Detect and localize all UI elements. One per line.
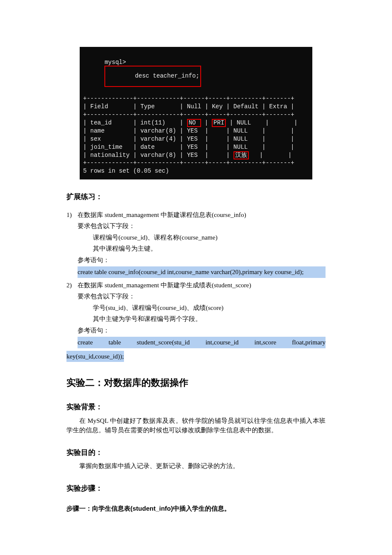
ref-line: 参考语句： bbox=[78, 326, 326, 335]
goal-text: 掌握向数据库中插入记录、更新记录、删除记录的方法。 bbox=[66, 461, 326, 471]
exercise-title: 在数据库 student_management 中新建课程信息表(course_… bbox=[78, 211, 246, 218]
table-border: +-------------+------------+------+-----… bbox=[83, 111, 309, 119]
steps-heading: 实验步骤： bbox=[66, 483, 326, 494]
table-border: +-------------+------------+------+-----… bbox=[83, 95, 309, 103]
exercise-1: 1)在数据库 student_management 中新建课程信息表(cours… bbox=[66, 210, 326, 278]
table-row: | sex | varchar(4) | YES | | NULL | | bbox=[83, 135, 309, 143]
sql-token: student_score(stu_id bbox=[137, 339, 190, 346]
exercise-list: 1)在数据库 student_management 中新建课程信息表(cours… bbox=[66, 210, 326, 362]
table-row: | name | varchar(8) | YES | | NULL | | bbox=[83, 127, 309, 135]
sql-token: create bbox=[78, 339, 93, 346]
terminal-command: desc teacher_info; bbox=[104, 66, 201, 87]
table-border: +-------------+------------+------+-----… bbox=[83, 159, 309, 167]
sql-token: int,score bbox=[254, 339, 276, 346]
goal-heading: 实验目的： bbox=[66, 447, 326, 458]
fields-line: 学号(stu_id)、课程编号(course_id)、成绩(score) bbox=[78, 303, 326, 313]
exercise-title: 在数据库 student_management 中新建学生成绩表(student… bbox=[78, 282, 251, 289]
terminal-command-text: desc teacher_info; bbox=[135, 72, 199, 79]
table-row: | join_time | date | YES | | NULL | | bbox=[83, 143, 309, 151]
ref-line: 参考语句： bbox=[78, 255, 326, 265]
background-heading: 实验背景： bbox=[66, 402, 326, 413]
sql-statement: create table course_info(course_id int,c… bbox=[78, 266, 326, 278]
pk-line: 其中主键为学号和课程编号两个字段。 bbox=[78, 314, 326, 324]
list-number: 1) bbox=[66, 210, 78, 220]
document-page: mysql> desc teacher_info; +-------------… bbox=[0, 0, 392, 555]
req-line: 要求包含以下字段： bbox=[78, 221, 326, 231]
list-number: 2) bbox=[66, 280, 78, 290]
pk-line: 其中课程编号为主键。 bbox=[78, 244, 326, 254]
exercise-2: 2)在数据库 student_management 中新建学生成绩表(stude… bbox=[66, 280, 326, 348]
background-text: 在 MySQL 中创建好了数据库及表。软件学院的辅导员就可以往学生信息表中插入本… bbox=[66, 416, 326, 435]
sql-token: int,course_id bbox=[205, 339, 239, 346]
step-1-line: 步骤一：向学生信息表(student_info)中插入学生的信息。 bbox=[66, 504, 326, 514]
sql-statement-line2: key(stu_id,couse_id)); bbox=[66, 351, 124, 362]
terminal-footer: 5 rows in set (0.05 sec) bbox=[83, 167, 309, 175]
sql-token: table bbox=[109, 339, 121, 346]
sql-statement-line1: create table student_score(stu_id int,co… bbox=[78, 337, 326, 348]
table-row: | tea_id | int(11) | NO | PRI | NULL | | bbox=[83, 119, 309, 127]
req-line: 要求包含以下字段： bbox=[78, 292, 326, 301]
experiment-2-heading: 实验二：对数据库的数据操作 bbox=[66, 376, 326, 390]
mysql-terminal: mysql> desc teacher_info; +-------------… bbox=[80, 47, 312, 179]
sql-token: float,primary bbox=[292, 339, 326, 346]
extension-heading: 扩展练习： bbox=[66, 191, 326, 202]
fields-line: 课程编号(course_id)、课程名称(course_name) bbox=[78, 233, 326, 243]
table-header-row: | Field | Type | Null | Key | Default | … bbox=[83, 103, 309, 111]
table-row: | nationality | varchar(8) | YES | | 汉族 … bbox=[83, 151, 309, 159]
